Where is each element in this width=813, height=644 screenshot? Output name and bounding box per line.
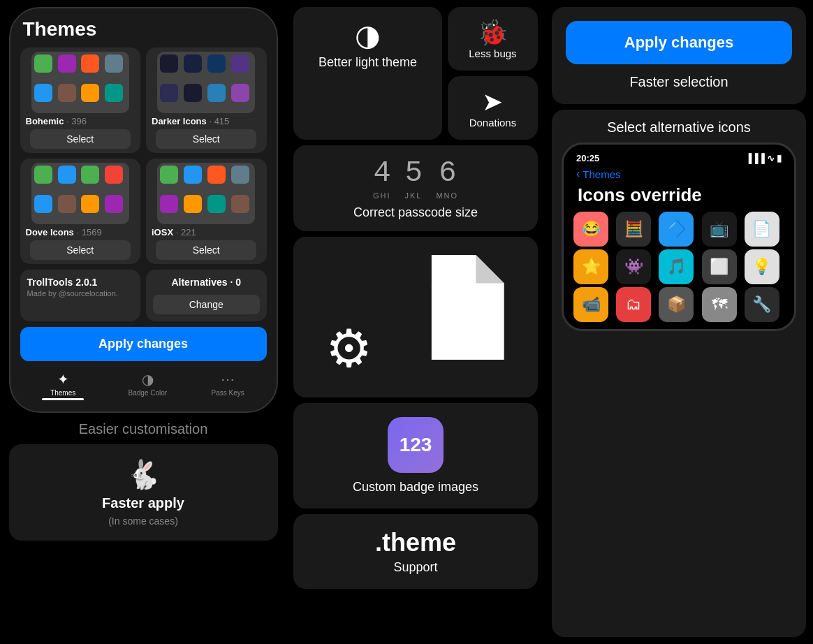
tab-themes[interactable]: ✦ Themes [42, 371, 84, 400]
theme-preview-iosx [157, 163, 255, 224]
apply-changes-card: Apply changes Faster selection [552, 7, 806, 104]
apply-changes-button-right[interactable]: Apply changes [566, 21, 792, 64]
theme-name-iosx: iOSX · 221 [150, 227, 196, 237]
better-light-card: ◑ Better light theme [293, 7, 442, 140]
alt-icons-card: Select alternative icons 20:25 ▐▐▐ ∿ ▮ ‹… [552, 110, 806, 637]
mini-icon [184, 84, 202, 102]
badge-circle: 123 [388, 417, 444, 473]
override-icon-2[interactable]: 🧮 [616, 212, 651, 247]
mini-icon [160, 195, 178, 213]
less-bugs-label: Less bugs [469, 47, 516, 59]
trolltools-card: TrollTools 2.0.1 Made by @sourcelocation… [20, 270, 141, 321]
override-icon-13[interactable]: 📦 [659, 287, 694, 322]
override-icon-15[interactable]: 🔧 [745, 287, 779, 322]
better-light-label: Better light theme [318, 55, 417, 70]
themes-grid: Bohemic · 396 Select [20, 47, 267, 264]
file-gear-container: ⚙ [305, 248, 527, 386]
tab-badge-label: Badge Color [129, 389, 168, 397]
tab-passkeys-label: Pass Keys [212, 389, 244, 397]
override-icon-3[interactable]: 🔷 [659, 212, 694, 247]
mini-icon [81, 84, 99, 102]
override-icon-1[interactable]: 😂 [573, 212, 608, 247]
theme-count-darker: · 415 [209, 116, 229, 126]
faster-apply-title: Faster apply [102, 495, 184, 511]
theme-count-bohemic: · 396 [66, 116, 87, 126]
donations-label: Donations [469, 117, 517, 129]
change-button[interactable]: Change [153, 295, 260, 314]
passcode-digit-4: 4 GHI [373, 156, 391, 200]
donations-card[interactable]: ➤ Donations [448, 76, 538, 140]
mini-icon [81, 166, 99, 184]
override-icon-8[interactable]: 🎵 [659, 249, 694, 284]
mini-icon [231, 84, 249, 102]
override-icon-11[interactable]: 📹 [573, 287, 608, 322]
override-icon-7[interactable]: 👾 [616, 249, 651, 284]
theme-icons-iosx [157, 163, 255, 224]
theme-card-bohemic: Bohemic · 396 Select [20, 47, 141, 153]
status-bar: 20:25 ▐▐▐ ∿ ▮ [571, 152, 787, 165]
alt-icons-title: Select alternative icons [562, 119, 796, 136]
themes-title: Themes [20, 18, 267, 41]
override-icon-10[interactable]: 💡 [745, 249, 779, 284]
select-button-iosx[interactable]: Select [156, 240, 256, 260]
icons-override-grid: 😂 🧮 🔷 📺 📄 ⭐ 👾 🎵 ⬜ 💡 📹 🗂 📦 🗺 🔧 [571, 212, 787, 322]
override-icon-4[interactable]: 📺 [702, 212, 737, 247]
phone-time: 20:25 [576, 153, 599, 163]
gear-icon: ⚙ [325, 318, 372, 379]
mini-icon [34, 195, 52, 213]
trolltools-subtitle: Made by @sourcelocation. [27, 289, 134, 298]
badge-color-tab-icon: ◑ [142, 371, 154, 388]
select-button-darker[interactable]: Select [156, 129, 256, 149]
mini-icon [231, 54, 249, 73]
override-icon-12[interactable]: 🗂 [616, 287, 651, 322]
faster-apply-card: 🐇 Faster apply (In some cases) [9, 444, 278, 541]
apply-changes-button-left[interactable]: Apply changes [20, 327, 267, 361]
signal-icon: ▐▐▐ [745, 153, 765, 163]
alternatives-card: Alternatives · 0 Change [146, 270, 267, 321]
override-icon-6[interactable]: ⭐ [573, 249, 608, 284]
override-icon-5[interactable]: 📄 [745, 212, 779, 247]
icons-override-mockup: 20:25 ▐▐▐ ∿ ▮ ‹ Themes Icons override 😂 … [562, 142, 796, 331]
theme-preview-darker [157, 52, 255, 113]
status-bar-icons: ▐▐▐ ∿ ▮ [745, 153, 782, 163]
wifi-icon: ∿ [767, 153, 775, 163]
mini-icon [105, 54, 123, 73]
passcode-digit-5: 5 JKL [404, 156, 422, 200]
select-button-dove[interactable]: Select [30, 240, 131, 260]
back-label[interactable]: Themes [583, 168, 620, 180]
theme-card-darker: Darker Icons · 415 Select [146, 47, 267, 153]
back-arrow-icon[interactable]: ‹ [576, 168, 580, 180]
digit-6-num: 6 [439, 156, 455, 190]
theme-preview-bohemic [31, 52, 129, 113]
theme-name-bohemic: Bohemic · 396 [24, 116, 87, 126]
tab-themes-label: Themes [50, 389, 75, 397]
phone-mockup: Themes Bohemi [9, 7, 278, 413]
mini-icon [184, 195, 202, 213]
digit-4-letters: GHI [373, 191, 391, 200]
battery-icon: ▮ [777, 153, 782, 163]
badge-card: 123 Custom badge images [293, 403, 538, 508]
mini-icon [105, 195, 123, 213]
override-icon-9[interactable]: ⬜ [702, 249, 737, 284]
mini-icon [105, 84, 123, 102]
select-button-bohemic[interactable]: Select [30, 129, 131, 149]
passcode-display: 4 GHI 5 JKL 6 MNO [373, 156, 458, 200]
theme-dot-label: .theme [375, 528, 456, 557]
tab-pass-keys[interactable]: ⋯ Pass Keys [212, 371, 244, 400]
mini-icon [105, 166, 123, 184]
mini-icon [231, 166, 249, 184]
mini-icon [160, 84, 178, 102]
theme-card-iosx: iOSX · 221 Select [146, 159, 267, 264]
mini-icon [34, 166, 52, 184]
mini-icon [160, 54, 178, 73]
mini-icon [207, 195, 226, 213]
mini-icon [207, 166, 226, 184]
override-icon-14[interactable]: 🗺 [702, 287, 737, 322]
mini-icon [58, 84, 76, 102]
digit-5-letters: JKL [404, 191, 422, 200]
theme-name-dove: Dove Icons · 1569 [24, 227, 102, 237]
tab-badge-color[interactable]: ◑ Badge Color [129, 371, 168, 400]
theme-support-label: Support [393, 560, 437, 575]
mini-icon [231, 195, 249, 213]
theme-name-darker: Darker Icons · 415 [150, 116, 229, 126]
